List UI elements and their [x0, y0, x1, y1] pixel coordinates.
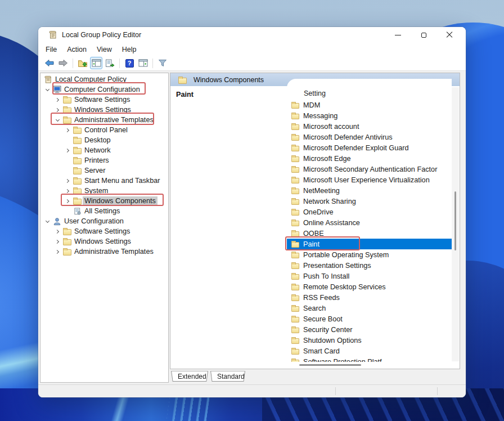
folder-icon [291, 146, 299, 151]
setting-item[interactable]: Microsoft account [287, 121, 452, 132]
chevron-right-icon[interactable] [53, 109, 62, 111]
tree-item-server[interactable]: Server [40, 165, 168, 176]
setting-item[interactable]: Microsoft Defender Exploit Guard [287, 142, 452, 153]
tab-extended[interactable]: Extended [171, 371, 208, 383]
setting-item[interactable]: RSS Feeds [287, 292, 452, 303]
chevron-right-icon[interactable] [53, 230, 62, 233]
setting-item[interactable]: Online Assistance [287, 217, 452, 228]
tab-standard[interactable]: Standard [210, 371, 245, 383]
folder-icon [291, 360, 299, 362]
chevron-right-icon[interactable] [63, 190, 72, 192]
horizontal-scrollbar-thumb[interactable] [299, 364, 361, 366]
tree-item-windows-components[interactable]: Windows Components [40, 196, 168, 206]
minimize-icon [395, 35, 401, 35]
tree-item-system[interactable]: System [40, 186, 168, 196]
vertical-scrollbar-thumb[interactable] [454, 191, 456, 250]
menu-help[interactable]: Help [117, 44, 142, 55]
chevron-right-icon[interactable] [53, 240, 62, 243]
setting-item[interactable]: Microsoft Secondary Authentication Facto… [287, 164, 452, 174]
setting-item[interactable]: Portable Operating System [287, 249, 452, 260]
folder-icon [291, 263, 299, 269]
setting-item[interactable]: Presentation Settings [287, 260, 452, 271]
chevron-right-icon[interactable] [63, 200, 72, 203]
tree-item-administrative-templates[interactable]: Administrative Templates [40, 115, 168, 125]
setting-item[interactable]: Microsoft Defender Antivirus [287, 132, 452, 142]
tree-item-desktop[interactable]: Desktop [40, 135, 168, 145]
setting-item[interactable]: Remote Desktop Services [287, 281, 452, 292]
tree-item-user-configuration[interactable]: User Configuration [40, 216, 168, 226]
show-console-tree-button[interactable] [90, 57, 102, 69]
window-title: Local Group Policy Editor [62, 31, 141, 39]
tree-item-software-settings[interactable]: Software Settings [40, 95, 168, 105]
tree-item-all-settings[interactable]: All Settings [40, 206, 168, 216]
vertical-scrollbar[interactable] [452, 87, 459, 361]
desktop: Local Group Policy Editor File Action Vi… [0, 0, 504, 421]
setting-item[interactable]: Security Center [287, 324, 452, 335]
folder-icon [291, 103, 299, 109]
scroll-icon [43, 75, 53, 84]
setting-item[interactable]: Shutdown Options [287, 335, 452, 346]
tree-item-control-panel[interactable]: Control Panel [40, 125, 168, 135]
setting-item[interactable]: Microsoft User Experience Virtualization [287, 174, 452, 185]
setting-item[interactable]: Smart Card [287, 346, 452, 356]
chevron-right-icon[interactable] [63, 149, 72, 152]
status-bar-divider [437, 387, 438, 395]
forward-button[interactable] [57, 57, 69, 69]
tree-item-local-computer-policy[interactable]: Local Computer Policy [40, 74, 168, 84]
setting-item[interactable]: Microsoft Edge [287, 153, 452, 164]
setting-item[interactable]: Network Sharing [287, 196, 452, 207]
folder-icon [63, 239, 71, 245]
setting-item-truncated[interactable]: Software Protection Platf [287, 356, 452, 362]
close-icon [446, 32, 453, 38]
user-icon [52, 217, 62, 226]
horizontal-scrollbar[interactable] [287, 362, 452, 368]
up-one-level-button[interactable] [76, 57, 89, 69]
setting-item[interactable]: OOBE [287, 228, 452, 239]
export-list-button[interactable] [104, 57, 116, 69]
chevron-down-icon[interactable] [43, 89, 52, 91]
tree-item-user-windows-settings[interactable]: Windows Settings [40, 236, 168, 247]
folder-icon [291, 285, 299, 290]
setting-item[interactable]: Secure Boot [287, 313, 452, 324]
folder-icon [63, 229, 71, 235]
setting-item[interactable]: Search [287, 303, 452, 313]
up-one-level-icon [78, 59, 88, 68]
show-action-pane-button[interactable] [137, 57, 149, 69]
chevron-down-icon[interactable] [53, 119, 62, 121]
chevron-down-icon[interactable] [43, 221, 52, 222]
tree-item-user-software-settings[interactable]: Software Settings [40, 226, 168, 236]
toolbar-separator [152, 59, 153, 68]
folder-icon [291, 231, 299, 237]
setting-item[interactable]: NetMeeting [287, 185, 452, 196]
setting-item[interactable]: OneDrive [287, 207, 452, 217]
chevron-right-icon[interactable] [63, 180, 72, 182]
folder-icon [291, 274, 299, 280]
back-button[interactable] [43, 57, 56, 69]
menu-file[interactable]: File [40, 44, 62, 55]
tree-item-windows-settings[interactable]: Windows Settings [40, 105, 168, 115]
tree-item-printers[interactable]: Printers [40, 155, 168, 165]
setting-item[interactable]: MDM [287, 100, 452, 110]
setting-item[interactable]: Push To Install [287, 271, 452, 281]
filter-button[interactable] [156, 57, 169, 69]
maximize-button[interactable] [411, 27, 436, 43]
setting-item-paint-selected[interactable]: Paint [287, 239, 452, 249]
folder-icon [291, 156, 299, 162]
menu-action[interactable]: Action [62, 44, 92, 55]
minimize-button[interactable] [385, 27, 411, 43]
tree-item-computer-configuration[interactable]: Computer Configuration [40, 84, 168, 95]
folder-icon [73, 189, 82, 195]
tree-item-user-administrative-templates[interactable]: Administrative Templates [40, 247, 168, 257]
help-button[interactable]: ? [123, 57, 136, 69]
menu-view[interactable]: View [92, 44, 117, 55]
tree-item-network[interactable]: Network [40, 145, 168, 155]
tree-item-start-menu-and-taskbar[interactable]: Start Menu and Taskbar [40, 176, 168, 186]
column-header-setting[interactable]: Setting [287, 79, 452, 100]
setting-item[interactable]: Messaging [287, 110, 452, 121]
chevron-right-icon[interactable] [53, 98, 62, 101]
chevron-right-icon[interactable] [63, 129, 72, 132]
all-settings-icon [72, 207, 83, 216]
chevron-right-icon[interactable] [53, 250, 62, 253]
title-bar[interactable]: Local Group Policy Editor [38, 27, 466, 43]
close-button[interactable] [436, 27, 462, 43]
